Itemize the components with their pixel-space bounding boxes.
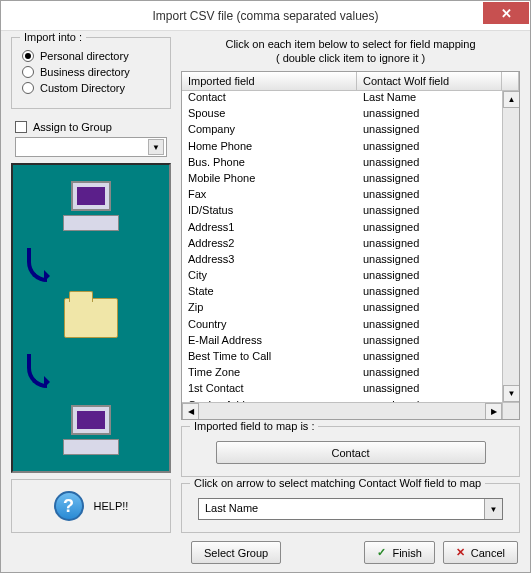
computer-icon bbox=[63, 181, 119, 231]
contact-wolf-field-value: Last Name bbox=[199, 499, 484, 519]
select-group-button[interactable]: Select Group bbox=[191, 541, 281, 564]
bottom-bar: Select Group ✓ Finish ✕ Cancel bbox=[11, 537, 520, 564]
cell-imported: Home Phone bbox=[182, 140, 357, 156]
cancel-button[interactable]: ✕ Cancel bbox=[443, 541, 518, 564]
list-item[interactable]: Countryunassigned bbox=[182, 318, 502, 334]
matching-field-group: Click on arrow to select matching Contac… bbox=[181, 483, 520, 533]
list-header: Imported field Contact Wolf field bbox=[182, 72, 519, 91]
horizontal-scrollbar[interactable]: ◀ ▶ bbox=[182, 402, 502, 419]
list-item[interactable]: Companyunassigned bbox=[182, 123, 502, 139]
cell-imported: Contact bbox=[182, 91, 357, 107]
assign-group-combo[interactable]: ▼ bbox=[15, 137, 167, 157]
cell-contactwolf: unassigned bbox=[357, 140, 502, 156]
cell-contactwolf: unassigned bbox=[357, 253, 502, 269]
list-item[interactable]: Address1unassigned bbox=[182, 221, 502, 237]
list-item[interactable]: Home Phoneunassigned bbox=[182, 140, 502, 156]
cell-contactwolf: unassigned bbox=[357, 382, 502, 398]
close-button[interactable]: ✕ bbox=[483, 2, 529, 24]
list-item[interactable]: ContactLast Name bbox=[182, 91, 502, 107]
col-imported-field[interactable]: Imported field bbox=[182, 72, 357, 90]
chevron-down-icon[interactable]: ▼ bbox=[484, 499, 502, 519]
cell-imported: ID/Status bbox=[182, 204, 357, 220]
window-title: Import CSV file (comma separated values) bbox=[1, 9, 530, 23]
cell-contactwolf: unassigned bbox=[357, 156, 502, 172]
radio-icon bbox=[22, 50, 34, 62]
chevron-down-icon: ▼ bbox=[148, 139, 164, 155]
cell-contactwolf: unassigned bbox=[357, 350, 502, 366]
cell-contactwolf: unassigned bbox=[357, 269, 502, 285]
contact-wolf-field-combo[interactable]: Last Name ▼ bbox=[198, 498, 503, 520]
radio-label: Personal directory bbox=[40, 50, 129, 62]
list-item[interactable]: ID/Statusunassigned bbox=[182, 204, 502, 220]
col-contact-wolf-field[interactable]: Contact Wolf field bbox=[357, 72, 502, 90]
radio-label: Business directory bbox=[40, 66, 130, 78]
scroll-right-icon[interactable]: ▶ bbox=[485, 403, 502, 419]
cell-imported: Address3 bbox=[182, 253, 357, 269]
cell-imported: City bbox=[182, 269, 357, 285]
finish-button[interactable]: ✓ Finish bbox=[364, 541, 434, 564]
hint-line-1: Click on each item below to select for f… bbox=[181, 37, 520, 51]
help-button[interactable]: ? HELP!! bbox=[11, 479, 171, 533]
cell-imported: Spouse bbox=[182, 107, 357, 123]
list-item[interactable]: Spouseunassigned bbox=[182, 107, 502, 123]
hint-text: Click on each item below to select for f… bbox=[181, 37, 520, 65]
list-item[interactable]: Bus. Phoneunassigned bbox=[182, 156, 502, 172]
folder-icon bbox=[64, 298, 118, 338]
select-group-label: Select Group bbox=[204, 547, 268, 559]
arrow-down-icon bbox=[27, 248, 47, 282]
list-item[interactable]: Address3unassigned bbox=[182, 253, 502, 269]
cell-imported: E-Mail Address bbox=[182, 334, 357, 350]
cell-contactwolf: unassigned bbox=[357, 237, 502, 253]
cell-contactwolf: unassigned bbox=[357, 204, 502, 220]
cell-contactwolf: unassigned bbox=[357, 318, 502, 334]
list-item[interactable]: Zipunassigned bbox=[182, 301, 502, 317]
radio-icon bbox=[22, 82, 34, 94]
hint-line-2: ( double click item to ignore it ) bbox=[181, 51, 520, 65]
cell-contactwolf: unassigned bbox=[357, 107, 502, 123]
cancel-label: Cancel bbox=[471, 547, 505, 559]
cell-imported: Mobile Phone bbox=[182, 172, 357, 188]
list-item[interactable]: Best Time to Callunassigned bbox=[182, 350, 502, 366]
import-into-radio-custom-directory[interactable]: Custom Directory bbox=[22, 82, 160, 94]
import-csv-window: Import CSV file (comma separated values)… bbox=[0, 0, 531, 573]
assign-to-group-checkbox[interactable]: Assign to Group bbox=[15, 121, 167, 133]
import-into-legend: Import into : bbox=[20, 31, 86, 43]
scroll-down-icon[interactable]: ▼ bbox=[503, 385, 519, 402]
cell-imported: State bbox=[182, 285, 357, 301]
list-item[interactable]: 1st Contactunassigned bbox=[182, 382, 502, 398]
cell-imported: 1st Contact bbox=[182, 382, 357, 398]
cell-contactwolf: unassigned bbox=[357, 366, 502, 382]
current-imported-field-button[interactable]: Contact bbox=[216, 441, 486, 464]
list-item[interactable]: Address2unassigned bbox=[182, 237, 502, 253]
import-into-group: Import into : Personal directoryBusiness… bbox=[11, 37, 171, 109]
cell-imported: Address2 bbox=[182, 237, 357, 253]
cell-imported: Address1 bbox=[182, 221, 357, 237]
cell-imported: Bus. Phone bbox=[182, 156, 357, 172]
cell-contactwolf: unassigned bbox=[357, 285, 502, 301]
cell-imported: Time Zone bbox=[182, 366, 357, 382]
list-item[interactable]: Stateunassigned bbox=[182, 285, 502, 301]
list-item[interactable]: Time Zoneunassigned bbox=[182, 366, 502, 382]
arrow-down-icon bbox=[27, 354, 47, 388]
import-into-radio-business-directory[interactable]: Business directory bbox=[22, 66, 160, 78]
computer-icon bbox=[63, 405, 119, 455]
help-label: HELP!! bbox=[94, 500, 129, 512]
cell-contactwolf: unassigned bbox=[357, 334, 502, 350]
list-item[interactable]: E-Mail Addressunassigned bbox=[182, 334, 502, 350]
list-item[interactable]: Mobile Phoneunassigned bbox=[182, 172, 502, 188]
scroll-corner bbox=[502, 402, 519, 419]
cell-imported: Zip bbox=[182, 301, 357, 317]
cell-contactwolf: Last Name bbox=[357, 91, 502, 107]
list-item[interactable]: Cityunassigned bbox=[182, 269, 502, 285]
cell-contactwolf: unassigned bbox=[357, 172, 502, 188]
scroll-left-icon[interactable]: ◀ bbox=[182, 403, 199, 419]
cell-contactwolf: unassigned bbox=[357, 301, 502, 317]
scroll-up-icon[interactable]: ▲ bbox=[503, 91, 519, 108]
finish-label: Finish bbox=[392, 547, 421, 559]
import-into-radio-personal-directory[interactable]: Personal directory bbox=[22, 50, 160, 62]
list-item[interactable]: Faxunassigned bbox=[182, 188, 502, 204]
check-icon: ✓ bbox=[377, 546, 386, 559]
field-mapping-list[interactable]: Imported field Contact Wolf field Contac… bbox=[181, 71, 520, 420]
vertical-scrollbar[interactable]: ▲ ▼ bbox=[502, 91, 519, 402]
match-legend: Click on arrow to select matching Contac… bbox=[190, 477, 485, 489]
